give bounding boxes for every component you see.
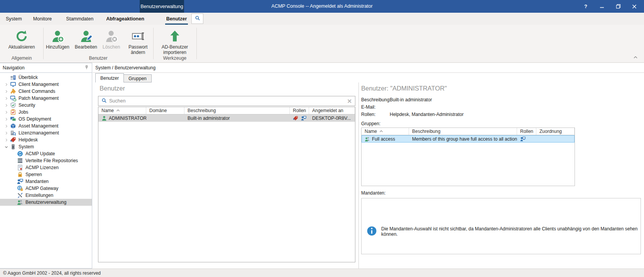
sidebar-item-acmp-lizenzen[interactable]: ACMP Lizenzen [0,164,92,171]
role-helpdesk-icon [293,116,298,121]
ribbon-button-passwort-ändern[interactable]: Passwort ändern [123,27,153,56]
table-row[interactable]: Full accessMembers of this group have fu… [362,135,575,143]
chevron-right-icon[interactable] [4,138,8,142]
repos-icon [17,158,23,164]
sidebar-item-überblick[interactable]: Überblick [0,74,92,81]
sidebar-item-os-deployment[interactable]: OS Deployment [0,116,92,123]
clipboard-icon [10,109,16,115]
chevron-right-icon[interactable] [4,124,8,128]
sidebar-item-benutzerverwaltung[interactable]: Benutzerverwaltung [0,199,92,206]
ribbon-search-button[interactable] [191,13,203,24]
sidebar-item-acmp-update[interactable]: ACMP Update [0,150,92,157]
nav-arrow-spacer [11,186,15,191]
tab-benutzer[interactable]: Benutzer [95,73,124,82]
sidebar-item-client-management[interactable]: Client Management [0,81,92,88]
column-header-beschreibung[interactable]: Beschreibung [409,128,517,135]
sidebar-item-verteilte-file-repositories[interactable]: Verteilte File Repositories [0,157,92,164]
sidebar-item-lizenzmanagement[interactable]: Lizenzmanagement [0,129,92,136]
column-header-zuordnung[interactable]: Zuordnung [536,128,575,135]
mandanten-box: Die Mandanten-Auswahl ist nicht sichtbar… [361,198,641,254]
sidebar-item-client-commands[interactable]: Client Commands [0,88,92,95]
ribbon-collapse-button[interactable] [632,55,639,61]
nav-arrow-spacer [11,151,15,156]
column-header-domäne[interactable]: Domäne [146,107,184,114]
nav-arrow-spacer [11,179,15,184]
ribbon-group-werkzeuge: AD-Benutzer importierenWerkzeuge [153,25,196,62]
patch-icon [10,95,16,101]
menu-item-benutzer[interactable]: Benutzer [165,13,188,25]
navigation-panel: Navigation ÜberblickClient ManagementCli… [0,63,92,269]
sidebar-item-mandanten[interactable]: Mandanten [0,178,92,185]
chevron-right-icon[interactable] [4,131,8,135]
column-header-name[interactable]: Name [362,128,409,135]
column-header-angemeldet-an[interactable]: Angemeldet an [309,107,355,114]
sidebar-item-security[interactable]: Security [0,102,92,109]
sidebar-item-einstellungen[interactable]: Einstellungen [0,192,92,199]
column-header-beschreibung[interactable]: Beschreibung [184,107,290,114]
chevron-right-icon[interactable] [4,82,8,87]
cell-roles [290,114,309,122]
chevron-right-icon[interactable] [4,89,8,94]
column-header-name[interactable]: Name [98,107,146,114]
panel-splitter[interactable] [358,82,359,269]
navigation-tree: ÜberblickClient ManagementClient Command… [0,74,92,268]
column-header-rollen[interactable]: Rollen [517,128,536,135]
context-tab-benutzerverwaltung[interactable]: Benutzerverwaltung [140,0,184,13]
tab-gruppen[interactable]: Gruppen [123,74,152,82]
sidebar-item-acmp-gateway[interactable]: ACMP Gateway [0,185,92,192]
close-icon[interactable] [626,0,642,13]
import-arrow-icon [168,27,181,43]
menu-item-monitore[interactable]: Monitore [32,13,54,25]
cell-domain [146,114,184,122]
groups-table: NameBeschreibungRollenZuordnungFull acce… [361,128,575,186]
menu-item-abfrageaktionen[interactable]: Abfrageaktionen [105,13,146,25]
user-detail-fields: Beschreibung:Built-in administratorE-Mai… [361,96,463,118]
nav-arrow-spacer [11,193,15,198]
cell-description: Built-in administrator [184,114,290,122]
sidebar-item-system[interactable]: System [0,143,92,150]
menu-item-system[interactable]: System [4,13,24,25]
shield-icon [10,102,16,108]
menubar: SystemMonitoreStammdatenAbfrageaktionenB… [0,13,644,25]
detail-field-value: Built-in administrator [390,97,432,102]
sidebar-item-asset-management[interactable]: Asset Management [0,123,92,129]
sidebar-item-sperren[interactable]: Sperren [0,171,92,178]
chevron-down-icon[interactable] [4,144,8,149]
user-search-input[interactable] [109,98,347,104]
sidebar-item-patch-management[interactable]: Patch Management [0,95,92,102]
ribbon-button-bearbeiten[interactable]: Bearbeiten [72,27,100,50]
cell-roles [517,135,536,143]
table-row[interactable]: ADMINISTRATORBuilt-in administratorDESKT… [98,114,355,122]
chevron-right-icon[interactable] [4,110,8,114]
server-icon [10,144,16,150]
ribbon-button-hinzufügen[interactable]: Hinzufügen [43,27,72,50]
globe-lock-icon [17,185,23,191]
detail-field-label: E-Mail: [361,104,390,110]
sidebar-item-helpdesk[interactable]: Helpdesk [0,136,92,143]
users-two-icon [365,136,370,142]
cell-assignment [536,135,575,143]
nav-arrow-spacer [11,165,15,170]
minimize-icon[interactable] [594,0,610,13]
update-icon [17,151,23,157]
mandanten-info-row: Die Mandanten-Auswahl ist nicht sichtbar… [367,226,641,237]
detail-field-row: Rollen:Helpdesk, Mandanten-Administrator [361,111,463,118]
chevron-right-icon[interactable] [4,103,8,107]
clear-search-icon[interactable]: ✕ [347,98,352,104]
navigation-title: Navigation [3,65,25,71]
sidebar-item-jobs[interactable]: Jobs [0,109,92,116]
restore-icon[interactable] [610,0,626,13]
ribbon-group-benutzer: HinzufügenBearbeitenLöschenPasswort ände… [43,25,153,62]
column-header-rollen[interactable]: Rollen [290,107,309,114]
ribbon-button-aktualisieren[interactable]: Aktualisieren [6,27,38,50]
license-icon [10,130,16,136]
chevron-right-icon[interactable] [4,117,8,121]
cell-description: Members of this group have full access t… [409,135,517,143]
chevron-right-icon[interactable] [4,96,8,101]
help-icon[interactable]: ? [578,0,594,13]
detail-field-row: E-Mail: [361,103,463,111]
menu-item-stammdaten[interactable]: Stammdaten [64,13,95,25]
pin-icon[interactable] [84,65,89,71]
ribbon-button-ad-benutzer-importieren[interactable]: AD-Benutzer importieren [155,27,194,56]
nav-arrow-spacer [11,158,15,163]
